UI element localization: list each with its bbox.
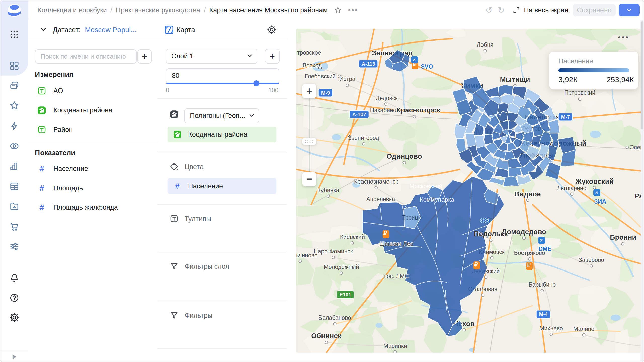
legend-gradient-bar: [558, 68, 629, 72]
notifications-icon[interactable]: [8, 272, 21, 284]
breadcrumb-separator: /: [204, 6, 206, 14]
favorites-icon[interactable]: [8, 99, 21, 112]
color-field-chip[interactable]: # Население: [168, 178, 276, 194]
help-icon[interactable]: [8, 292, 21, 304]
datalens-logo[interactable]: [8, 4, 21, 17]
datasets-icon[interactable]: [8, 180, 21, 193]
breadcrumb-collections[interactable]: Коллекции и воркбуки: [37, 6, 107, 14]
opacity-slider-track[interactable]: [166, 83, 279, 84]
map-panel: тровскоеВосходГлебовскийИстраЗеленоградЛ…: [287, 20, 644, 362]
map-legend: Население 3,92К 253,94К: [549, 52, 638, 89]
chart-type-header: Карта: [157, 20, 287, 40]
chevron-down-icon: [626, 7, 632, 13]
add-field-button[interactable]: +: [137, 49, 152, 64]
chevron-down-icon: [246, 52, 253, 61]
measure-hash-icon: #: [37, 203, 46, 212]
redo-icon[interactable]: ↻: [498, 6, 505, 14]
chevron-down-icon: [39, 25, 47, 34]
measure-hash-icon: #: [173, 182, 182, 190]
dataset-panel: Датасет: Moscow Popul... + Измерения АОК…: [28, 20, 158, 362]
geopolygon-field-icon: [37, 106, 46, 115]
scrollbar-thumb[interactable]: [641, 21, 643, 129]
fullscreen-button[interactable]: На весь экран: [513, 6, 568, 14]
save-status-button[interactable]: Сохранено: [573, 4, 616, 16]
rail-expand-button[interactable]: [10, 353, 18, 362]
tuning-icon[interactable]: [8, 240, 21, 253]
measure-field[interactable]: #Площадь жилфонда: [31, 200, 155, 215]
apps-grid-icon[interactable]: [8, 28, 21, 41]
charts-icon[interactable]: [8, 160, 21, 172]
measure-field[interactable]: #Площадь: [31, 180, 155, 196]
favorite-star-icon[interactable]: [334, 6, 342, 14]
expand-icon: [513, 6, 520, 14]
dataset-label: Датасет:: [53, 26, 81, 34]
divider: [157, 252, 287, 252]
layer-select[interactable]: Слой 1: [166, 49, 257, 64]
chart-config-panel: Карта Слой 1 + 80 0 100 По: [157, 20, 287, 362]
measures-title: Показатели: [35, 149, 75, 157]
zoom-drag-handle[interactable]: [302, 138, 316, 145]
map-canvas[interactable]: тровскоеВосходГлебовскийИстраЗеленоградЛ…: [296, 29, 641, 353]
zoom-track: [309, 98, 310, 172]
chevron-down-icon: [248, 112, 255, 120]
measure-hash-icon: #: [37, 164, 46, 173]
top-actions: ↺ ↻ На весь экран Сохранено: [483, 4, 640, 16]
geopolygon-field-chip[interactable]: Коодинаты района: [168, 127, 276, 142]
more-menu-icon[interactable]: •••: [348, 6, 358, 14]
map-menu-dots-icon[interactable]: •••: [618, 33, 630, 42]
dimension-field[interactable]: АО: [31, 83, 155, 98]
geopolygon-field-icon: [173, 130, 182, 139]
layer-opacity-control: 80: [166, 68, 279, 84]
breadcrumb: Коллекции и воркбуки / Практические руко…: [37, 6, 328, 14]
opacity-value: 80: [172, 72, 179, 80]
breadcrumb-separator: /: [110, 6, 112, 14]
gear-icon[interactable]: [267, 25, 276, 35]
settings-icon[interactable]: [8, 311, 21, 324]
layer-filter-funnel-icon: [170, 262, 179, 272]
breadcrumb-current: Карта населения Москвы по районам: [209, 6, 327, 14]
opacity-slider-handle[interactable]: [253, 80, 259, 86]
undo-icon[interactable]: ↺: [485, 6, 493, 14]
divider: [157, 348, 287, 349]
add-layer-button[interactable]: +: [265, 49, 280, 64]
legend-min-value: 3,92К: [558, 75, 578, 84]
dimension-field[interactable]: Коодинаты района: [31, 103, 155, 118]
paint-bucket-icon: [170, 162, 179, 172]
dimension-field[interactable]: Район: [31, 122, 155, 137]
tooltips-icon: [170, 214, 179, 224]
text-field-icon: [37, 125, 46, 134]
app-window: Коллекции и воркбуки / Практические руко…: [0, 0, 644, 362]
geopolygon-icon: [170, 110, 179, 120]
tooltips-section-label[interactable]: Тултипы: [185, 215, 211, 223]
legend-max-value: 253,94К: [607, 75, 634, 84]
editor-icon[interactable]: [8, 120, 21, 132]
workbooks-icon[interactable]: [8, 79, 21, 92]
chart-type-title: Карта: [176, 26, 195, 34]
dataset-header[interactable]: Датасет: Moscow Popul...: [28, 20, 157, 40]
measure-field[interactable]: #Население: [31, 161, 155, 176]
breadcrumb-guides[interactable]: Практические руководства: [116, 6, 200, 14]
divider: [157, 204, 287, 205]
dataset-link[interactable]: Moscow Popul...: [85, 26, 136, 34]
marketplace-icon[interactable]: [8, 220, 21, 233]
divider: [157, 152, 287, 152]
zoom-in-button[interactable]: +: [302, 84, 316, 98]
opacity-max-label: 100: [166, 87, 278, 94]
layer-filters-section-label[interactable]: Фильтры слоя: [185, 263, 229, 270]
geometry-type-select[interactable]: Полигоны (Геоп...: [184, 108, 259, 123]
dimensions-title: Измерения: [35, 71, 73, 79]
storage-icon[interactable]: [8, 200, 21, 213]
connections-icon[interactable]: [8, 140, 21, 152]
save-dropdown-button[interactable]: [619, 4, 640, 16]
zoom-out-button[interactable]: −: [302, 172, 316, 186]
search-input[interactable]: [35, 49, 137, 64]
filters-section-label[interactable]: Фильтры: [185, 312, 212, 320]
divider: [157, 98, 287, 99]
divider: [28, 141, 157, 141]
left-rail: [0, 0, 28, 362]
top-bar: Коллекции и воркбуки / Практические руко…: [28, 0, 644, 20]
map-chart-icon[interactable]: [164, 25, 174, 36]
scrollbar-track: [640, 20, 644, 362]
dashboards-icon[interactable]: [8, 60, 21, 72]
colors-section-label: Цвета: [185, 163, 204, 171]
